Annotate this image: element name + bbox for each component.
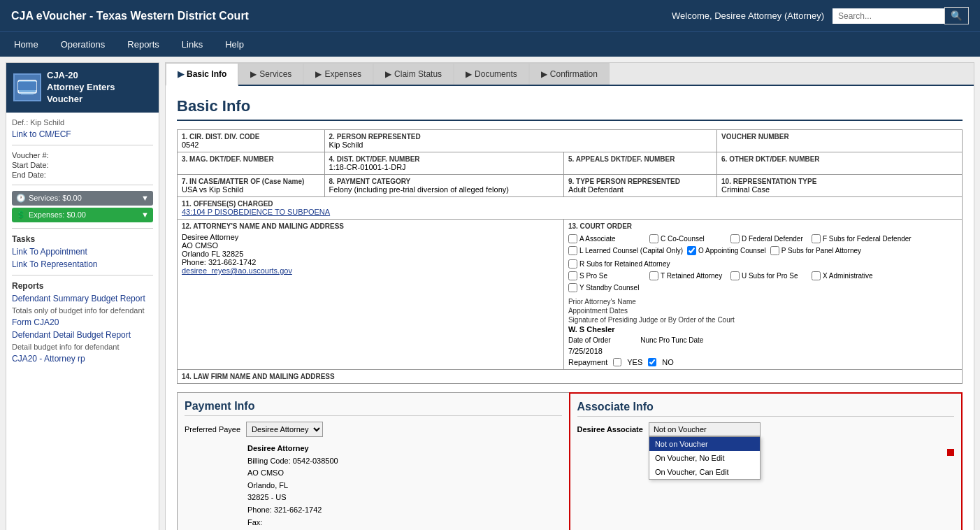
search-button[interactable]: 🔍 [944,7,969,24]
start-date-label: Start Date: [12,161,153,169]
dropdown-option-not-on-voucher[interactable]: Not on Voucher [649,437,760,451]
link-appointment[interactable]: Link To Appointment [12,247,153,257]
checkbox-x-admin[interactable]: X Administrative [812,271,888,280]
attorney-phone: Phone: 321-662-1742 [182,258,559,266]
link-representation[interactable]: Link To Representation [12,259,153,269]
tab-basic-info-arrow: ▶ [178,69,184,79]
app-title: CJA eVoucher - Texas Western District Co… [11,10,249,22]
svg-rect-1 [18,82,36,90]
dropdown-option-can-edit[interactable]: On Voucher, Can Edit [649,465,760,479]
report-defendant-detail[interactable]: Defendant Detail Budget Report [12,330,153,340]
judge-name: W. S Chesler [568,325,958,334]
field13-label: 12. ATTORNEY'S NAME AND MAILING ADDRESS [182,222,559,230]
associate-dropdown-overlay: Not on Voucher On Voucher, No Edit On Vo… [649,436,761,480]
checkbox-t-retained[interactable]: T Retained Attorney [649,271,726,280]
field10-label: 9. TYPE PERSON REPRESENTED [568,178,712,185]
nav-operations[interactable]: Operations [58,32,108,57]
tab-basic-info[interactable]: ▶ Basic Info [166,63,238,86]
preferred-payee-select[interactable]: Desiree Attorney [246,422,323,437]
checkbox-u-subs[interactable]: U Subs for Pro Se [730,271,807,280]
field12-label: 11. OFFENSE(S) CHARGED [182,200,958,208]
svg-rect-2 [21,93,34,94]
nav-reports[interactable]: Reports [124,32,162,57]
checkbox-o-appointing[interactable]: O Appointing Counsel [687,246,766,255]
expenses-button[interactable]: 💲 Expenses: $0.00 ▼ [12,208,153,222]
services-arrow: ▼ [141,194,149,202]
welcome-text: Welcome, Desiree Attorney (Attorney) [672,10,824,21]
expenses-amount: Expenses: $0.00 [29,210,86,219]
report-form-cja20[interactable]: Form CJA20 [12,317,153,327]
report-desc-0: Totals only of budget info for defendant [12,306,153,315]
nav-links[interactable]: Links [179,32,206,57]
date-order-value: 7/25/2018 [568,347,958,355]
signature-label: Signature of Presiding Judge or By Order… [568,316,958,324]
tab-services[interactable]: ▶ Services [238,63,303,85]
reports-title: Reports [12,281,153,291]
checkbox-r-subs[interactable]: R Subs for Retained Attorney [568,259,670,268]
checkbox-d-federal[interactable]: D Federal Defender [730,234,807,243]
attorney-email[interactable]: desiree_reyes@ao.uscourts.gov [182,266,292,275]
nav-help[interactable]: Help [222,32,247,57]
checkbox-y-standby[interactable]: Y Standby Counsel [568,283,645,292]
tab-confirmation[interactable]: ▶ Confirmation [529,63,610,85]
report-desc-2: Detail budget info for defendant [12,343,153,351]
expenses-arrow: ▼ [141,210,149,219]
search-input[interactable] [833,8,944,24]
repayment-label: Repayment [568,358,607,366]
field8-label: 7. IN CASE/MATTER OF (Case Name) [182,178,320,185]
tab-documents[interactable]: ▶ Documents [454,63,529,85]
red-indicator [947,449,954,456]
checkbox-l-learned[interactable]: L Learned Counsel (Capital Only) [568,246,683,255]
tab-services-arrow: ▶ [250,69,257,79]
field8-value: USA vs Kip Schild [182,185,243,194]
repayment-no-checkbox[interactable] [648,358,656,366]
field11-label: 10. REPRESENTATION TYPE [721,178,958,185]
associate-select[interactable]: Not on Voucher On Voucher, No Edit On Vo… [649,422,761,436]
voucher-type: CJA-20 [47,70,115,82]
tab-expenses[interactable]: ▶ Expenses [303,63,373,85]
field7-label: 6. OTHER DKT/DEF. NUMBER [721,155,958,163]
checkbox-s-pro-se[interactable]: S Pro Se [568,271,645,280]
offense-link[interactable]: 43:104 P DISOBEDIENCE TO SUBPOENA [182,208,330,216]
report-cja20-attorney[interactable]: CJA20 - Attorney rp [12,354,153,364]
page-title: Basic Info [177,97,963,121]
link-cmecf[interactable]: Link to CM/ECF [12,129,153,139]
payee-name: Desiree Attorney [247,444,309,452]
tab-documents-arrow: ▶ [466,69,472,79]
date-order-label: Date of Order [568,336,611,344]
field4-label: 3. MAG. DKT/DEF. NUMBER [182,155,320,163]
voucher-number-label: Voucher #: [12,151,153,159]
services-button[interactable]: 🕐 Services: $0.00 ▼ [12,191,153,206]
dollar-icon: 💲 [16,210,26,220]
field9-value: Felony (including pre-trial diversion of… [329,185,509,194]
payee-org: AO CMSO [247,467,562,480]
report-defendant-summary[interactable]: Defendant Summary Budget Report [12,294,153,303]
repayment-yes-label: YES [627,358,642,366]
dropdown-option-no-edit[interactable]: On Voucher, No Edit [649,451,760,465]
field5-label: 4. DIST. DKT/DEF. NUMBER [329,155,559,163]
checkbox-c-co-counsel[interactable]: C Co-Counsel [649,234,726,243]
field1-value: 0542 [182,141,199,149]
tasks-title: Tasks [12,234,153,244]
checkbox-a-associate[interactable]: A Associate [568,234,645,243]
attorney-org: AO CMSO [182,241,559,250]
end-date-label: End Date: [12,171,153,179]
payee-city: Orlando, FL [247,480,562,492]
field9-label: 8. PAYMENT CATEGORY [329,178,559,185]
voucher-sub2: Voucher [47,94,115,106]
attorney-city: Orlando FL 32825 [182,250,559,258]
field5-value: 1:18-CR-01001-1-DRJ [329,163,406,171]
sidebar-icon [13,73,41,101]
checkbox-f-subs[interactable]: F Subs for Federal Defender [812,234,911,243]
repayment-yes-checkbox[interactable] [613,358,621,366]
field15-label: 14. LAW FIRM NAME AND MAILING ADDRESS [182,373,958,380]
services-amount: Services: $0.00 [29,194,82,202]
voucher-subtitle: Attorney Enters [47,82,115,94]
nav-home[interactable]: Home [11,32,41,57]
field2-value: Kip Schild [329,141,363,149]
checkbox-p-subs[interactable]: P Subs for Panel Attorney [770,246,861,255]
field14-label: 13. COURT ORDER [568,222,958,230]
tab-claim-status[interactable]: ▶ Claim Status [373,63,454,85]
tab-claim-arrow: ▶ [385,69,391,79]
payee-fax: Fax: [247,517,562,529]
